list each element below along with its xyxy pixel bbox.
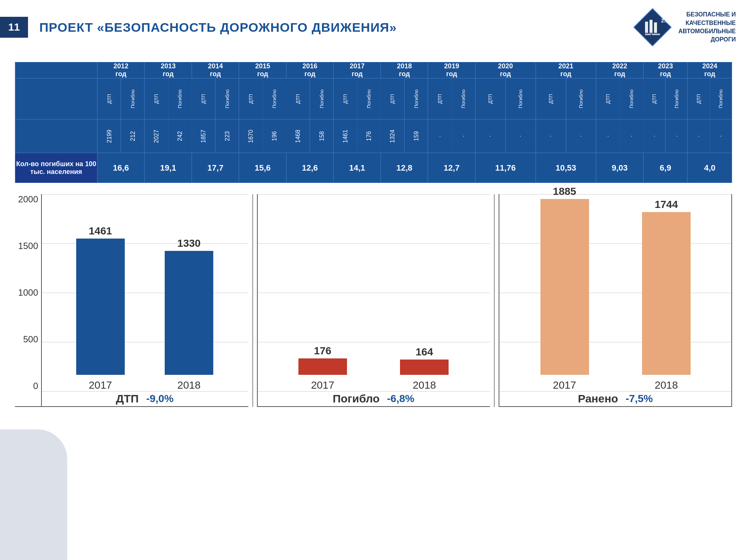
bars-pogiblo: 176 2017 164 2018 xyxy=(257,194,490,391)
chart-label-raneno: Ранено xyxy=(578,392,618,405)
bar-pg-2018 xyxy=(400,360,449,375)
data-row: 2199 212 2027 242 1857 223 1670 196 1468… xyxy=(15,119,732,153)
page-title: ПРОЕКТ «БЕЗОПАСНОСТЬ ДОРОЖНОГО ДВИЖЕНИЯ» xyxy=(39,20,632,35)
bar-year-rn-2018: 2018 xyxy=(655,379,678,391)
chart-raneno: 1885 2017 1744 2018 Ранено -7,5% xyxy=(499,194,732,407)
bar-value-rn-2017: 1885 xyxy=(553,186,576,197)
rate-row: Кол-во погибших на 100 тыс. населения 16… xyxy=(15,153,732,183)
bar-value-dtp-2017: 1461 xyxy=(89,225,112,237)
year-2024: 2024год xyxy=(688,62,732,78)
data-table: 2012год 2013год 2014год 2015год 2016год … xyxy=(15,62,732,183)
bar-rn-2018 xyxy=(642,212,691,375)
year-2017: 2017год xyxy=(334,62,381,78)
logo-area: 2.0 БЕЗОПАСНЫЕ И КАЧЕСТВЕННЫЕ АВТОМОБИЛЬ… xyxy=(632,7,736,48)
header: 11 ПРОЕКТ «БЕЗОПАСНОСТЬ ДОРОЖНОГО ДВИЖЕН… xyxy=(0,0,747,55)
bar-dtp-2017 xyxy=(76,239,125,375)
chart-pct-raneno: -7,5% xyxy=(626,393,653,405)
logo-icon: 2.0 xyxy=(632,7,673,48)
year-2022: 2022год xyxy=(596,62,643,78)
grid-pogiblo: 176 2017 164 2018 xyxy=(257,194,490,391)
year-2018: 2018год xyxy=(381,62,428,78)
year-2012: 2012год xyxy=(97,62,145,78)
bg-decoration xyxy=(0,429,67,560)
year-header-row: 2012год 2013год 2014год 2015год 2016год … xyxy=(15,62,732,78)
svg-rect-4 xyxy=(645,34,660,35)
table-wrapper: 2012год 2013год 2014год 2015год 2016год … xyxy=(0,55,747,183)
chart-footer-pogiblo: Погибло -6,8% xyxy=(257,391,490,406)
svg-text:2.0: 2.0 xyxy=(661,18,669,24)
year-2020: 2020год xyxy=(475,62,536,78)
y-axis-dtp: 2000 1500 1000 500 0 xyxy=(15,194,41,391)
bar-pg-2017 xyxy=(298,358,347,375)
bar-value-rn-2018: 1744 xyxy=(655,199,678,211)
year-2015: 2015год xyxy=(239,62,286,78)
bar-year-pg-2018: 2018 xyxy=(413,379,436,391)
year-2016: 2016год xyxy=(286,62,333,78)
bar-year-dtp-2018: 2018 xyxy=(177,379,201,391)
svg-rect-1 xyxy=(645,22,648,33)
year-2013: 2013год xyxy=(145,62,192,78)
slide-number: 11 xyxy=(0,17,28,38)
svg-rect-3 xyxy=(654,22,657,33)
bar-year-dtp-2017: 2017 xyxy=(89,379,112,391)
bar-year-rn-2017: 2017 xyxy=(553,379,576,391)
svg-rect-5 xyxy=(651,34,652,35)
bars-raneno: 1885 2017 1744 2018 xyxy=(499,194,732,391)
bar-value-pg-2018: 164 xyxy=(416,346,433,358)
bar-value-pg-2017: 176 xyxy=(314,345,331,357)
svg-rect-2 xyxy=(650,20,653,33)
logo-text: БЕЗОПАСНЫЕ И КАЧЕСТВЕННЫЕ АВТОМОБИЛЬНЫЕ … xyxy=(678,10,736,44)
rate-label: Кол-во погибших на 100 тыс. населения xyxy=(15,153,97,183)
year-2014: 2014год xyxy=(192,62,239,78)
chart-pct-pogiblo: -6,8% xyxy=(387,393,414,405)
grid-raneno: 1885 2017 1744 2018 xyxy=(499,194,732,391)
bars-dtp: 1461 2017 1330 2018 xyxy=(41,194,248,391)
page: 11 ПРОЕКТ «БЕЗОПАСНОСТЬ ДОРОЖНОГО ДВИЖЕН… xyxy=(0,0,747,560)
chart-footer-dtp: ДТП -9,0% xyxy=(41,391,248,406)
chart-pogiblo: 176 2017 164 2018 Погибло -6,8% xyxy=(257,194,490,407)
chart-dtp: 2000 1500 1000 500 0 1461 2017 xyxy=(15,194,248,407)
year-2023: 2023год xyxy=(643,62,687,78)
sub-header-row: ДТП Погибло ДТП Погибло ДТП Погибло ДТП … xyxy=(15,78,732,119)
chart-area: 2000 1500 1000 500 0 1461 2017 xyxy=(0,183,747,414)
bar-dtp-2018 xyxy=(165,251,213,375)
bar-rn-2017 xyxy=(540,199,589,375)
separator-2 xyxy=(494,194,495,407)
bar-value-dtp-2018: 1330 xyxy=(177,237,201,249)
bar-year-pg-2017: 2017 xyxy=(311,379,334,391)
grid-dtp: 1461 2017 1330 2018 xyxy=(41,194,248,391)
chart-pct-dtp: -9,0% xyxy=(146,393,173,405)
chart-footer-raneno: Ранено -7,5% xyxy=(499,391,732,406)
year-2019: 2019год xyxy=(428,62,475,78)
chart-label-dtp: ДТП xyxy=(116,392,139,405)
separator-1 xyxy=(252,194,253,407)
year-2021: 2021год xyxy=(536,62,596,78)
chart-label-pogiblo: Погибло xyxy=(333,392,380,405)
